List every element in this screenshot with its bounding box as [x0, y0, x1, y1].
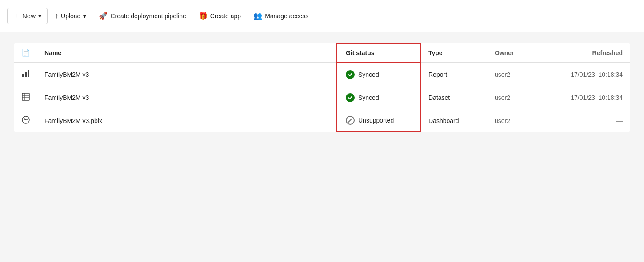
row-owner: user2 [488, 109, 541, 132]
row-git-status: Unsupported [336, 109, 421, 132]
row-refreshed: 17/01/23, 10:18:34 [541, 86, 630, 109]
new-button[interactable]: ＋ New ▾ [7, 8, 48, 24]
new-label: New [22, 12, 36, 20]
new-chevron-icon: ▾ [38, 12, 42, 20]
row-type-icon [14, 63, 37, 86]
svg-rect-1 [25, 72, 27, 77]
items-table: 📄 Name Git status Type Owner Refreshed F… [14, 43, 630, 132]
pipeline-icon: 🚀 [99, 12, 108, 20]
manage-access-button[interactable]: 👥 Manage access [248, 8, 314, 24]
manage-label: Manage access [265, 12, 308, 20]
svg-rect-0 [22, 74, 24, 77]
git-status-label: Synced [358, 94, 379, 101]
main-content: 📄 Name Git status Type Owner Refreshed F… [0, 32, 644, 262]
upload-icon: ↑ [55, 12, 58, 20]
row-git-status: Synced [336, 86, 421, 109]
git-status-label: Synced [358, 71, 379, 78]
upload-button[interactable]: ↑ Upload ▾ [49, 8, 92, 24]
row-name: FamilyBM2M v3 [37, 63, 336, 86]
app-icon: 🎁 [199, 12, 208, 20]
pipeline-label: Create deployment pipeline [110, 12, 186, 20]
synced-icon [346, 93, 355, 102]
more-icon: ··· [320, 11, 327, 20]
col-header-icon: 📄 [14, 43, 37, 63]
row-type-icon [14, 109, 37, 132]
row-refreshed: 17/01/23, 10:18:34 [541, 63, 630, 86]
file-icon: 📄 [21, 49, 30, 56]
items-table-container: 📄 Name Git status Type Owner Refreshed F… [14, 43, 630, 132]
app-label: Create app [210, 12, 241, 20]
unsupported-icon [346, 116, 355, 125]
col-header-owner: Owner [488, 43, 541, 63]
upload-label: Upload [61, 12, 80, 20]
row-name: FamilyBM2M v3.pbix [37, 109, 336, 132]
table-row[interactable]: FamilyBM2M v3.pbix Unsupported Dashboard… [14, 109, 630, 132]
svg-line-9 [348, 119, 352, 122]
row-owner: user2 [488, 63, 541, 86]
col-header-refreshed: Refreshed [541, 43, 630, 63]
col-header-name: Name [37, 43, 336, 63]
row-owner: user2 [488, 86, 541, 109]
table-row[interactable]: FamilyBM2M v3 Synced Reportuser217/01/23… [14, 63, 630, 86]
manage-icon: 👥 [253, 12, 262, 20]
row-name: FamilyBM2M v3 [37, 86, 336, 109]
upload-chevron-icon: ▾ [83, 12, 86, 20]
row-type: Report [421, 63, 488, 86]
toolbar: ＋ New ▾ ↑ Upload ▾ 🚀 Create deployment p… [0, 0, 644, 32]
create-pipeline-button[interactable]: 🚀 Create deployment pipeline [93, 8, 191, 24]
more-options-button[interactable]: ··· [316, 8, 332, 24]
git-status-label: Unsupported [358, 117, 394, 124]
table-row[interactable]: FamilyBM2M v3 Synced Datasetuser217/01/2… [14, 86, 630, 109]
synced-icon [346, 70, 355, 79]
svg-rect-3 [22, 93, 29, 100]
row-type: Dashboard [421, 109, 488, 132]
svg-rect-2 [28, 70, 29, 77]
col-header-type: Type [421, 43, 488, 63]
create-app-button[interactable]: 🎁 Create app [193, 8, 246, 24]
row-git-status: Synced [336, 63, 421, 86]
row-type-icon [14, 86, 37, 109]
table-header-row: 📄 Name Git status Type Owner Refreshed [14, 43, 630, 63]
plus-icon: ＋ [13, 12, 20, 20]
col-header-git-status: Git status [336, 43, 421, 63]
row-type: Dataset [421, 86, 488, 109]
row-refreshed: — [541, 109, 630, 132]
